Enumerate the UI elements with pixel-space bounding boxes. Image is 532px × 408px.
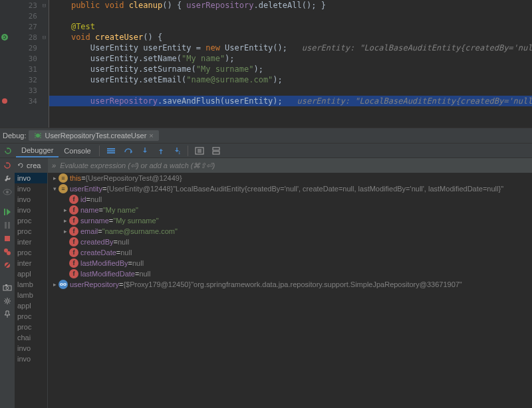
variable-row[interactable]: fcreatedBy = null [48,237,532,247]
svg-rect-3 [107,148,115,150]
variable-row[interactable]: ▸fname = "My name" [48,205,532,215]
stack-frame[interactable]: lamb [15,290,47,300]
code-line[interactable] [49,85,532,96]
code-line[interactable]: void createUser() { [49,32,532,43]
stack-frame[interactable]: invo [15,173,47,183]
fold-toggle[interactable]: ⊟ [43,34,46,41]
close-icon[interactable]: × [149,132,153,140]
variable-row[interactable]: ▾≡userEntity = {UserEntity@12448} "Local… [48,183,532,194]
run-to-cursor-icon[interactable]: I [169,146,185,156]
code-line[interactable]: UserEntity userEntity = new UserEntity()… [49,43,532,53]
stack-frame[interactable]: lamb [15,279,47,290]
show-frames-icon[interactable] [102,146,120,156]
var-type-icon: f [69,258,78,268]
view-icon[interactable] [3,187,12,197]
expand-arrow[interactable]: ▸ [61,207,69,213]
stack-frame[interactable]: proc [15,215,47,226]
watch-input[interactable]: » Evaluate expression (⏎) or add a watch… [48,158,532,173]
stack-frame[interactable]: inter [15,237,47,247]
expand-arrow[interactable]: ▸ [61,228,69,235]
variable-row[interactable]: ▸oouserRepository = {$Proxy179@12450} "o… [48,279,532,290]
stack-frame[interactable]: invo [15,343,47,354]
var-name: this [70,174,81,182]
step-into-icon[interactable] [137,146,153,156]
stack-frame[interactable]: appl [15,268,47,279]
code-editor[interactable]: 23262728293031323334 ⊟⊟ public void clea… [0,0,532,128]
code-line[interactable]: userEntity.setEmail("name@surname.com"); [49,74,532,85]
code-line[interactable]: userEntity.setName("My name"); [49,53,532,64]
code-line[interactable]: userRepository.saveAndFlush(userEntity);… [49,96,532,106]
gear-icon[interactable] [3,296,12,306]
variable-row[interactable]: ▸≡this = {UserRepositoryTest@12449} [48,173,532,183]
svg-text:I: I [178,150,181,155]
stack-frame[interactable]: proc [15,247,47,258]
stack-frame[interactable]: proc [15,226,47,237]
variables-pane[interactable]: » Evaluate expression (⏎) or add a watch… [48,158,532,408]
variable-row[interactable]: ▸fsurname = "My surname" [48,215,532,226]
evaluate-icon[interactable] [191,146,208,156]
tab-console[interactable]: Console [59,145,96,157]
fold-toggle[interactable]: ⊟ [43,2,46,9]
svg-point-0 [1,34,8,41]
step-over-icon[interactable] [120,146,137,156]
stack-frame[interactable]: inter [15,258,47,268]
fold-column: ⊟⊟ [40,0,49,128]
expand-arrow[interactable]: ▸ [61,217,69,224]
stack-frame[interactable]: invo [15,183,47,194]
stop-icon[interactable] [3,234,12,243]
rerun-failed-icon[interactable] [3,161,12,170]
svg-rect-15 [4,209,5,215]
stack-frame[interactable]: appl [15,300,47,311]
code-area[interactable]: public void cleanup() { userRepository.d… [49,0,532,128]
more-icon[interactable] [208,146,224,156]
variable-row[interactable]: flastModifiedBy = null [48,258,532,268]
wrench-icon[interactable] [3,174,12,183]
mute-breakpoints-icon[interactable] [3,260,12,270]
stack-frame[interactable]: chai [15,332,47,343]
stack-frame[interactable]: invo [15,354,47,364]
code-line[interactable]: @Test [49,21,532,32]
pin-icon[interactable] [3,310,12,319]
variable-row[interactable]: fcreateDate = null [48,247,532,258]
debug-session-tab[interactable]: UserRepositoryTest.createUser × [29,130,158,141]
stack-frame[interactable]: proc [15,322,47,332]
gutter: 23262728293031323334 [0,0,40,128]
step-out-icon[interactable] [153,146,169,156]
expand-arrow[interactable]: ▸ [51,175,59,181]
svg-point-24 [6,287,9,290]
var-type-icon: f [69,269,78,278]
svg-point-14 [6,191,9,193]
resume-icon[interactable] [3,207,12,217]
var-name: id [80,195,86,203]
svg-rect-16 [5,222,7,229]
var-type-icon: f [69,195,78,204]
frames-pane[interactable]: crea invoinvoinvoinvoprocprocinterprocin… [15,158,48,408]
expand-arrow[interactable]: ▸ [51,281,59,288]
tab-debugger[interactable]: Debugger [16,144,59,157]
variable-row[interactable]: ▸femail = "name@surname.com" [48,226,532,237]
var-value: {UserEntity@12448} [106,185,173,193]
view-breakpoints-icon[interactable] [3,247,12,256]
code-line[interactable]: userEntity.setSurname("My surname"); [49,64,532,74]
variable-row[interactable]: flastModifiedDate = null [48,268,532,279]
rerun-icon[interactable] [0,146,16,156]
pause-icon[interactable] [3,221,12,230]
svg-rect-18 [5,236,10,241]
frames-header[interactable]: crea [15,158,47,173]
code-line[interactable]: public void cleanup() { userRepository.d… [49,0,532,11]
expand-arrow[interactable]: ▾ [51,185,59,192]
debug-tab-title: UserRepositoryTest.createUser [45,132,146,140]
camera-icon[interactable] [3,283,12,292]
code-line[interactable] [49,11,532,21]
var-name: userRepository [70,280,119,288]
var-value: null [120,249,132,256]
restore-icon[interactable] [17,162,24,169]
debug-label: Debug: [3,132,26,140]
stack-frame[interactable]: proc [15,311,47,322]
var-name: createdBy [80,238,114,246]
stack-frame[interactable]: invo [15,194,47,205]
var-type-icon: f [69,248,78,257]
variable-row[interactable]: fid = null [48,194,532,205]
stack-frame[interactable]: invo [15,205,47,215]
var-value: {$Proxy179@12450} [123,280,191,288]
